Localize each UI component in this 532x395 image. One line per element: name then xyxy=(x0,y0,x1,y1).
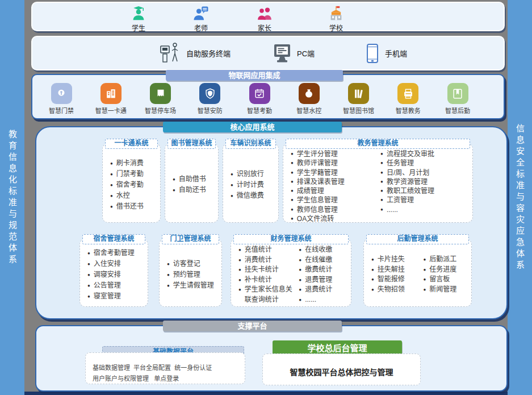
system-item-list: ●宿舍考勤管理●入住安排●调寝安排●公告管理●寝室管理 xyxy=(87,248,135,302)
bullet-icon: ● xyxy=(110,190,113,201)
terminal-label: 手机端 xyxy=(385,48,407,59)
list-item-label: 识别放行 xyxy=(237,169,264,180)
list-item: ●失物招领 xyxy=(371,285,418,295)
iot-label: 智慧图书馆 xyxy=(343,106,374,115)
list-item: ●计时计费 xyxy=(231,180,264,190)
list-item: ●挂失解挂 xyxy=(371,265,418,275)
bullet-icon: ● xyxy=(291,149,294,159)
list-item-label: 刷卡消费 xyxy=(116,158,144,169)
list-item: ●刷卡消费 xyxy=(110,158,144,169)
list-item: ●借书还书 xyxy=(110,201,144,212)
system-item-list: ●识别放行●计时计费●微信缴费 xyxy=(231,169,264,201)
list-item: ●后勤派工 xyxy=(423,255,468,265)
iot-label: 智慧门禁 xyxy=(49,106,74,115)
right-sidebar: 信息安全标准与容灾应急体系 xyxy=(508,0,532,395)
bullet-icon: ● xyxy=(299,275,301,285)
bullet-icon: ● xyxy=(291,159,294,168)
list-item: ●...... xyxy=(380,205,469,214)
support-header-bar: 支撑平台 xyxy=(163,321,342,331)
bullet-icon: ● xyxy=(380,205,383,214)
list-item: ●宿舍考勤 xyxy=(110,180,144,190)
list-item-label: 缴费统计 xyxy=(305,265,332,275)
bullet-icon: ● xyxy=(380,159,383,168)
right-sidebar-label: 信息安全标准与容灾应急体系 xyxy=(516,124,524,272)
bullet-icon: ● xyxy=(238,285,241,305)
system-item-list: ●卡片挂失●挂失解挂●智能报修●失物招领 xyxy=(371,255,418,294)
list-item: ●消费统计 xyxy=(238,255,294,265)
bullet-icon: ● xyxy=(371,275,374,285)
list-item-label: 学生家长信息关联查询统计 xyxy=(245,285,294,305)
terminal-mobile: 手机端 xyxy=(365,37,407,69)
system-item-list: ●学生评分管理●教师评课管理●学生学籍管理●排课及课表管理●成绩管理●学生信息管… xyxy=(291,149,376,223)
bookmark-page-icon xyxy=(447,83,468,104)
list-item-label: 学生评分管理 xyxy=(297,149,338,159)
iot-label: 智慧水控 xyxy=(296,106,321,115)
iot-label: 智慧考勤 xyxy=(247,106,272,115)
list-item-label: 教师信息管理 xyxy=(297,205,338,214)
list-item-label: ...... xyxy=(305,295,316,305)
bullet-icon: ● xyxy=(423,265,426,275)
printer-icon xyxy=(397,83,418,104)
iot-label: 智慧安防 xyxy=(198,106,223,115)
system-card-library: 图书管理系统 ●自助借书●自助还书 xyxy=(165,143,219,223)
bullet-icon: ● xyxy=(291,214,294,223)
list-item-label: 排课及课表管理 xyxy=(297,177,345,186)
list-item-label: 自助还书 xyxy=(179,185,206,196)
bullet-icon: ● xyxy=(299,285,301,295)
list-item: ●访客登记 xyxy=(167,259,214,269)
list-item: ●任务进度 xyxy=(423,265,468,275)
bullet-icon: ● xyxy=(291,168,294,177)
list-item: ●公告管理 xyxy=(87,280,135,291)
list-item-label: 挂失卡统计 xyxy=(245,265,279,275)
list-item-label: 充值统计 xyxy=(245,245,272,255)
core-systems-panel: 核心应用系统 一卡通系统 ●刷卡消费●门禁考勤●宿舍考勤●水控●借书还书 图书管… xyxy=(35,126,508,319)
list-item: ●流程提交及审批 xyxy=(380,149,469,159)
bullet-icon: ● xyxy=(299,255,301,265)
list-item-label: 消费统计 xyxy=(245,255,272,265)
bullet-icon: ● xyxy=(371,285,374,295)
system-item-list: ●后勤派工●任务进度●留言板●新闻管理 xyxy=(423,255,468,294)
list-item: ●在线收缴 xyxy=(299,245,347,255)
system-card-vehicle: 车辆识别系统 ●识别放行●计时计费●微信缴费 xyxy=(223,143,279,223)
terminal-label: PC端 xyxy=(297,48,315,59)
users-panel: 学生 老师 家长 xyxy=(31,2,505,31)
list-item-label: 教师评课管理 xyxy=(297,159,338,168)
list-item: ●学生信息管理 xyxy=(291,196,376,205)
bullet-icon: ● xyxy=(110,169,113,180)
bullet-icon: ● xyxy=(291,177,294,186)
user-label: 学生 xyxy=(132,23,145,32)
iot-logistics: 智慧后勤 xyxy=(437,83,479,115)
list-item-label: 新闻管理 xyxy=(429,285,456,295)
list-item: ●学生家长信息关联查询统计 xyxy=(238,285,294,305)
bullet-icon: ● xyxy=(87,259,90,269)
bullet-icon: ● xyxy=(173,174,175,185)
list-item-label: 日/周、月计划 xyxy=(387,168,429,177)
bullet-icon: ● xyxy=(173,185,175,196)
list-item-label: 后勤派工 xyxy=(429,255,456,265)
iot-library: 智慧图书馆 xyxy=(338,83,380,115)
bullet-icon: ● xyxy=(87,248,90,259)
bullet-icon: ● xyxy=(380,168,383,177)
list-item: ●排课及课表管理 xyxy=(291,177,376,186)
list-item-label: 卡片挂失 xyxy=(378,255,405,265)
bullet-icon: ● xyxy=(110,158,113,169)
iot-water-control: 智慧水控 xyxy=(288,83,330,115)
list-item: ●水控 xyxy=(110,190,144,201)
list-item-label: 失物招领 xyxy=(378,285,405,295)
list-item: ●补卡统计 xyxy=(238,275,294,285)
water-jug-icon xyxy=(299,83,320,104)
list-item-label: 挂失解挂 xyxy=(378,265,405,275)
bullet-icon: ● xyxy=(110,201,113,212)
list-item: ●缴费统计 xyxy=(299,265,347,275)
bullet-icon: ● xyxy=(238,265,241,275)
bullet-icon: ● xyxy=(423,275,426,285)
list-item-label: 在线催缴 xyxy=(305,255,332,265)
list-item-label: 流程提交及审批 xyxy=(387,149,434,159)
system-card-title: 财务管理系统 xyxy=(233,234,349,244)
bullet-icon: ● xyxy=(167,269,170,280)
list-item: ●教师信息管理 xyxy=(291,205,376,214)
system-card-title: 门卫管理系统 xyxy=(162,234,219,244)
iot-one-card: 智慧一卡通 xyxy=(90,83,132,115)
system-card-dormitory: 宿舍管理系统 ●宿舍考勤管理●入住安排●调寝安排●公告管理●寝室管理 xyxy=(79,239,148,307)
system-card-onecard: 一卡通系统 ●刷卡消费●门禁考勤●宿舍考勤●水控●借书还书 xyxy=(102,143,161,223)
